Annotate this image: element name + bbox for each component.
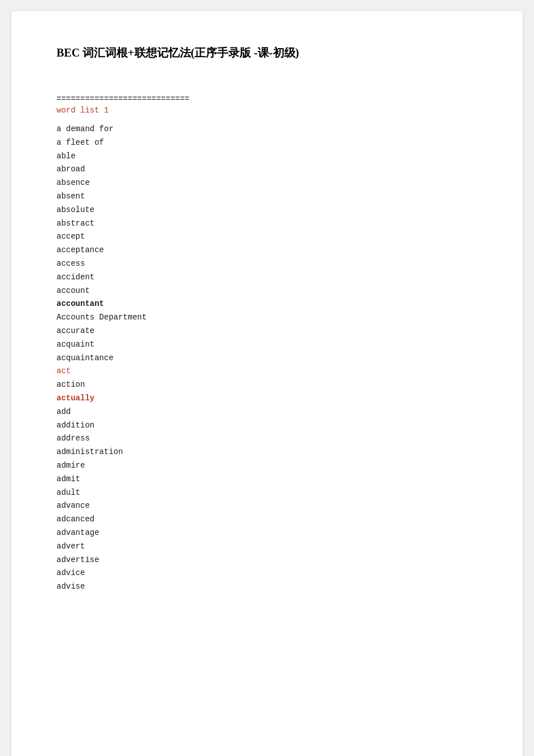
list-item: action bbox=[57, 378, 477, 392]
list-item: acceptance bbox=[57, 244, 477, 257]
list-item: admire bbox=[57, 459, 477, 473]
list-item: advise bbox=[57, 580, 477, 594]
word-list: a demand fora fleet ofableabroadabsencea… bbox=[57, 123, 477, 594]
list-item: actually bbox=[57, 392, 477, 405]
list-item: absence bbox=[57, 176, 477, 190]
list-item: advertise bbox=[57, 554, 477, 567]
list-item: absolute bbox=[57, 204, 477, 217]
list-item: advert bbox=[57, 540, 477, 554]
list-item: accountant bbox=[57, 297, 477, 311]
list-item: address bbox=[57, 432, 477, 446]
list-item: advantage bbox=[57, 526, 477, 540]
list-item: administration bbox=[57, 446, 477, 459]
list-item: accept bbox=[57, 230, 477, 244]
page-container: BEC 词汇词根+联想记忆法(正序手录版 -课-初级) ============… bbox=[11, 11, 523, 756]
list-item: advance bbox=[57, 499, 477, 513]
list-item: able bbox=[57, 150, 477, 163]
list-item: abstract bbox=[57, 217, 477, 231]
list-item: a demand for bbox=[57, 123, 477, 136]
list-item: accident bbox=[57, 271, 477, 284]
list-item: acquaintance bbox=[57, 352, 477, 365]
list-item: a fleet of bbox=[57, 136, 477, 150]
list-item: acquaint bbox=[57, 338, 477, 352]
list-item: advice bbox=[57, 567, 477, 580]
list-item: absent bbox=[57, 190, 477, 204]
word-list-label: word list 1 bbox=[57, 106, 477, 115]
list-item: admit bbox=[57, 473, 477, 486]
separator-line: ============================ bbox=[57, 94, 477, 103]
list-item: adult bbox=[57, 486, 477, 500]
list-item: add bbox=[57, 405, 477, 419]
list-item: addition bbox=[57, 419, 477, 433]
list-item: abroad bbox=[57, 163, 477, 176]
list-item: adcanced bbox=[57, 513, 477, 526]
list-item: access bbox=[57, 257, 477, 271]
list-item: account bbox=[57, 284, 477, 298]
list-item: act bbox=[57, 365, 477, 378]
list-item: Accounts Department bbox=[57, 311, 477, 325]
page-title: BEC 词汇词根+联想记忆法(正序手录版 -课-初级) bbox=[57, 45, 477, 61]
list-item: accurate bbox=[57, 325, 477, 338]
